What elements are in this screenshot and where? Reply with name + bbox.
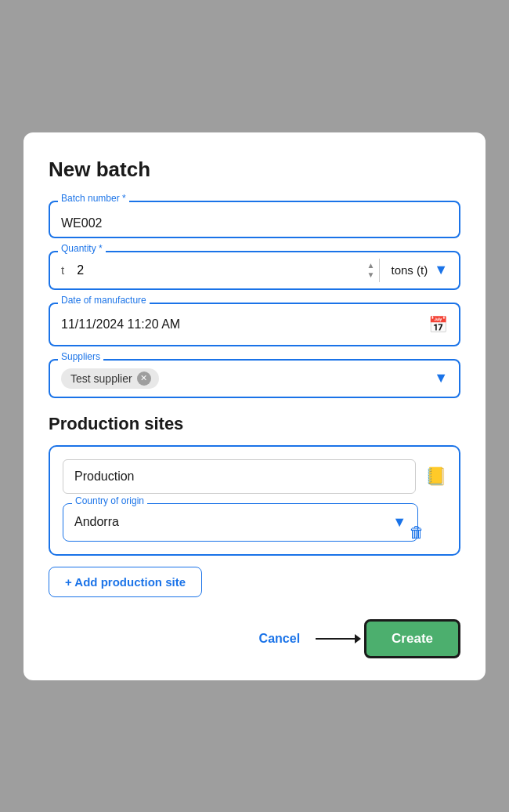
- quantity-field: Quantity t ▲ ▼ tons (t) ▼: [49, 251, 460, 290]
- site-name-row: 📒: [63, 459, 446, 494]
- production-site-card: 📒 Country of origin Andorra ▼ 🗑: [49, 445, 460, 556]
- add-production-site-button[interactable]: + Add production site: [49, 567, 202, 597]
- country-value: Andorra: [74, 515, 392, 529]
- trash-icon[interactable]: 🗑: [409, 524, 424, 542]
- country-select[interactable]: Andorra ▼: [63, 503, 418, 542]
- suppliers-field: Suppliers Test supplier ✕ ▼: [49, 359, 460, 398]
- batch-number-label: Batch number: [58, 193, 129, 204]
- suppliers-chevron-icon[interactable]: ▼: [434, 370, 448, 386]
- suppliers-row[interactable]: Test supplier ✕ ▼: [49, 359, 460, 398]
- batch-number-input[interactable]: [49, 201, 460, 238]
- unit-label: tons (t): [391, 263, 428, 277]
- production-sites-title: Production sites: [49, 414, 460, 434]
- country-chevron-icon: ▼: [392, 514, 406, 531]
- spinner-down[interactable]: ▼: [367, 270, 375, 280]
- suppliers-label: Suppliers: [58, 351, 103, 362]
- date-row[interactable]: 11/11/2024 11:20 AM 📅: [49, 303, 460, 346]
- supplier-chip-label: Test supplier: [70, 372, 132, 385]
- modal-title: New batch: [49, 158, 460, 182]
- supplier-chip-remove[interactable]: ✕: [137, 372, 151, 386]
- quantity-input[interactable]: [70, 252, 362, 288]
- unit-selector[interactable]: tons (t) ▼: [380, 252, 459, 288]
- cancel-button[interactable]: Cancel: [244, 624, 316, 654]
- quantity-row: t ▲ ▼ tons (t) ▼: [49, 251, 460, 290]
- map-icon[interactable]: 📒: [425, 466, 446, 487]
- spinner-up[interactable]: ▲: [367, 261, 375, 270]
- calendar-icon[interactable]: 📅: [428, 315, 448, 334]
- create-button[interactable]: Create: [364, 619, 460, 658]
- date-value: 11/11/2024 11:20 AM: [61, 317, 428, 332]
- country-origin-field: Country of origin Andorra ▼ 🗑: [63, 503, 418, 542]
- quantity-prefix: t: [50, 252, 70, 288]
- supplier-chip: Test supplier ✕: [61, 368, 159, 389]
- new-batch-modal: New batch Batch number Quantity t ▲ ▼ to…: [23, 132, 486, 680]
- country-of-origin-label: Country of origin: [72, 495, 147, 506]
- date-label: Date of manufacture: [58, 295, 150, 306]
- arrow-head-icon: [355, 634, 361, 643]
- batch-number-field: Batch number: [49, 201, 460, 238]
- arrow-indicator: [316, 634, 361, 643]
- arrow-line: [316, 638, 355, 640]
- site-name-input[interactable]: [63, 459, 416, 494]
- quantity-label: Quantity: [58, 243, 106, 254]
- unit-chevron-icon: ▼: [434, 262, 448, 278]
- date-field: Date of manufacture 11/11/2024 11:20 AM …: [49, 303, 460, 346]
- modal-footer: Cancel Create: [49, 619, 460, 658]
- quantity-spinner[interactable]: ▲ ▼: [363, 252, 380, 288]
